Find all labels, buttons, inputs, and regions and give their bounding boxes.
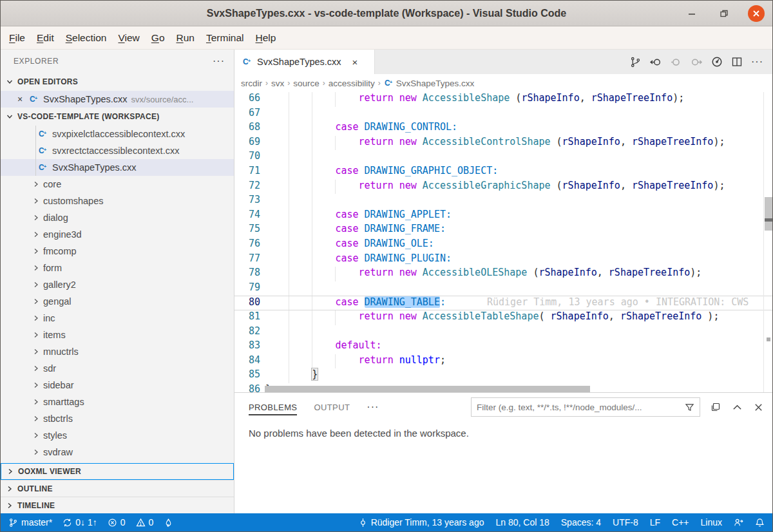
tree-folder-sidebar[interactable]: sidebar	[1, 377, 234, 394]
status-spaces-4[interactable]: Spaces: 4	[561, 517, 601, 527]
close-editor-icon[interactable]: ×	[15, 94, 25, 104]
menu-go[interactable]: Go	[146, 30, 171, 46]
breadcrumb-item[interactable]: source	[293, 79, 320, 88]
menu-help[interactable]: Help	[250, 30, 282, 46]
status-utf-8[interactable]: UTF-8	[613, 517, 638, 527]
tree-folder-stbctrls[interactable]: stbctrls	[1, 410, 234, 427]
section-open-editors[interactable]: OPEN EDITORS	[1, 73, 234, 91]
section-outline[interactable]: OUTLINE	[1, 480, 234, 497]
code-line-74[interactable]: 74 case DRAWING_APPLET:	[234, 209, 772, 223]
menu-file[interactable]: File	[3, 30, 31, 46]
status-feedback[interactable]	[734, 518, 743, 527]
close-panel-icon[interactable]	[754, 403, 763, 412]
filter-input[interactable]	[477, 403, 681, 412]
breadcrumb-item[interactable]: srcdir	[241, 79, 262, 88]
code-line-81[interactable]: 81 return new AccessibleTableShape( rSha…	[234, 310, 772, 325]
scrollbar-slider[interactable]	[765, 197, 772, 231]
next-change-icon[interactable]	[691, 57, 702, 68]
tree-folder-svdraw[interactable]: svdraw	[1, 444, 234, 461]
tree-folder-fmcomp[interactable]: fmcomp	[1, 243, 234, 260]
svg-text:+: +	[44, 131, 46, 135]
tab-problems[interactable]: PROBLEMS	[249, 394, 297, 421]
code-line-78[interactable]: 78 return new AccessibleOLEShape (rShape…	[234, 267, 772, 281]
tree-folder-smarttags[interactable]: smarttags	[1, 394, 234, 410]
tab-svxshapetypes[interactable]: C+ SvxShapeTypes.cxx ×	[234, 50, 375, 74]
previous-change-icon[interactable]	[650, 57, 662, 68]
compare-changes-icon[interactable]	[630, 57, 641, 68]
menu-selection[interactable]: Selection	[60, 30, 113, 46]
code-line-68[interactable]: 68 case DRAWING_CONTROL:	[234, 121, 772, 136]
explorer-more-actions-icon[interactable]: ···	[213, 55, 225, 67]
code-line-80[interactable]: 80 case DRAWING_TABLE:Rüdiger Timm, 13 y…	[234, 296, 772, 310]
breadcrumb-item[interactable]: SvxShapeTypes.cxx	[396, 79, 475, 88]
code-line-82[interactable]: 82	[234, 325, 772, 340]
code-line-72[interactable]: 72 return new AccessibleGraphicShape (rS…	[234, 180, 772, 195]
status-ln-80-col-18[interactable]: Ln 80, Col 18	[495, 517, 549, 527]
code-line-85[interactable]: 85 }	[234, 368, 772, 383]
code-line-77[interactable]: 77 case DRAWING_PLUGIN:	[234, 252, 772, 267]
status-warning[interactable]: 0	[136, 517, 154, 527]
chevron-right-icon	[5, 484, 15, 494]
section-ooxml-viewer[interactable]: OOXML VIEWER	[1, 463, 234, 480]
menu-terminal[interactable]: Terminal	[200, 30, 250, 46]
status-git-commit[interactable]: Rüdiger Timm, 13 years ago	[358, 517, 484, 527]
tree-folder-inc[interactable]: inc	[1, 310, 234, 327]
section-workspace[interactable]: VS-CODE-TEMPLATE (WORKSPACE)	[1, 108, 234, 126]
tree-folder-mnuctrls[interactable]: mnuctrls	[1, 343, 234, 360]
status-sync[interactable]: 0↓ 1↑	[62, 517, 97, 527]
code-editor[interactable]: 66 return new AccessibleShape (rShapeInf…	[234, 92, 772, 392]
problems-filter[interactable]	[471, 397, 700, 417]
status-git-branch[interactable]: master*	[8, 517, 52, 527]
breadcrumb-item[interactable]: accessibility	[329, 79, 375, 88]
menu-edit[interactable]: Edit	[31, 30, 60, 46]
code-line-84[interactable]: 84 return nullptr;	[234, 354, 772, 369]
code-line-66[interactable]: 66 return new AccessibleShape (rShapeInf…	[234, 92, 772, 107]
code-line-75[interactable]: 75 case DRAWING_FRAME:	[234, 223, 772, 238]
code-line-79[interactable]: 79	[234, 281, 772, 296]
more-actions-icon[interactable]: ···	[751, 56, 763, 68]
file-name: svxpixelctlaccessiblecontext.cxx	[52, 129, 185, 139]
tree-folder-gallery2[interactable]: gallery2	[1, 276, 234, 293]
history-icon[interactable]	[711, 56, 723, 68]
minimize-button[interactable]	[683, 5, 700, 22]
status-c-[interactable]: C++	[672, 517, 689, 527]
breadcrumb-item[interactable]: svx	[271, 79, 284, 88]
code-line-71[interactable]: 71 case DRAWING_GRAPHIC_OBJECT:	[234, 165, 772, 180]
status-flame[interactable]	[164, 518, 173, 527]
code-line-83[interactable]: 83 default:	[234, 339, 772, 354]
status-error[interactable]: 0	[108, 517, 126, 527]
tab-close-icon[interactable]: ×	[352, 57, 358, 68]
code-line-73[interactable]: 73	[234, 194, 772, 209]
close-button[interactable]	[748, 5, 765, 22]
tree-folder-engine3d[interactable]: engine3d	[1, 226, 234, 243]
maximize-panel-icon[interactable]	[732, 403, 742, 412]
open-editor-item[interactable]: × C+ SvxShapeTypes.cxx svx/source/acc...	[1, 91, 234, 108]
status-linux[interactable]: Linux	[701, 517, 722, 527]
horizontal-scrollbar[interactable]	[234, 386, 763, 392]
tree-folder-core[interactable]: core	[1, 176, 234, 193]
code-line-69[interactable]: 69 return new AccessibleControlShape (rS…	[234, 136, 772, 151]
restore-button[interactable]	[716, 5, 732, 22]
code-line-67[interactable]: 67	[234, 107, 772, 122]
menu-run[interactable]: Run	[171, 30, 200, 46]
tree-folder-form[interactable]: form	[1, 260, 234, 276]
status-bell[interactable]	[755, 518, 765, 527]
panel-more-tabs-icon[interactable]: ···	[367, 401, 379, 413]
tree-folder-dialog[interactable]: dialog	[1, 209, 234, 226]
split-editor-icon[interactable]	[732, 57, 742, 67]
code-line-70[interactable]: 70	[234, 150, 772, 165]
line-content: case DRAWING_APPLET:	[265, 209, 772, 223]
tree-folder-gengal[interactable]: gengal	[1, 293, 234, 310]
restore-panel-icon[interactable]	[711, 402, 721, 412]
vertical-scrollbar[interactable]	[763, 92, 772, 392]
change-circle-icon[interactable]	[671, 57, 682, 68]
status-lf[interactable]: LF	[650, 517, 660, 527]
tree-folder-items[interactable]: items	[1, 327, 234, 343]
tab-output[interactable]: OUTPUT	[314, 394, 350, 421]
tree-folder-sdr[interactable]: sdr	[1, 360, 234, 377]
menu-view[interactable]: View	[112, 30, 145, 46]
code-line-76[interactable]: 76 case DRAWING_OLE:	[234, 238, 772, 252]
section-timeline[interactable]: TIMELINE	[1, 497, 234, 513]
tree-folder-customshapes[interactable]: customshapes	[1, 193, 234, 209]
tree-folder-styles[interactable]: styles	[1, 427, 234, 444]
